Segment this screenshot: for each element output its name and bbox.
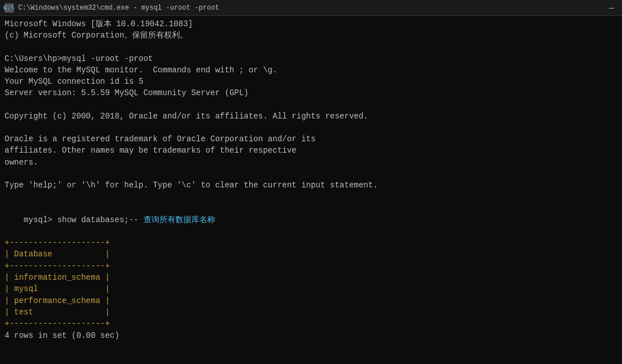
table-bottom-line: +--------------------+ — [5, 318, 617, 329]
welcome-line: Welcome to the MySQL monitor. Commands e… — [5, 64, 617, 76]
blank5 — [5, 191, 617, 202]
final-prompt-line: mysql> — [5, 353, 617, 364]
title-bar-text: C:\Windows\system32\cmd.exe - mysql -uro… — [18, 4, 219, 12]
terminal-body: Microsoft Windows [版本 10.0.19042.1083] (… — [0, 16, 622, 364]
db-performance-schema-line: | performance_schema | — [5, 295, 617, 306]
blank2 — [5, 99, 617, 111]
blank3 — [5, 122, 617, 133]
db-mysql-line: | mysql | — [5, 283, 617, 295]
mysql-prompt: mysql> show databases;-- — [24, 215, 144, 224]
oracle-copyright-line: Copyright (c) 2000, 2018, Oracle and/or … — [5, 111, 617, 122]
win-version-line: Microsoft Windows [版本 10.0.19042.1083] — [5, 18, 617, 30]
table-divider-line: +--------------------+ — [5, 260, 617, 272]
blank4 — [5, 168, 617, 179]
title-bar: C:\ C:\Windows\system32\cmd.exe - mysql … — [0, 0, 622, 16]
connection-id-line: Your MySQL connection id is 5 — [5, 76, 617, 87]
title-bar-controls: — — [606, 3, 617, 13]
show-db-cmd-line: mysql> show databases;-- 查询所有数据库名称 — [5, 202, 617, 237]
chinese-comment: 查询所有数据库名称 — [144, 215, 215, 224]
table-header-line: | Database | — [5, 248, 617, 260]
db-test-line: | test | — [5, 306, 617, 318]
blank6 — [5, 341, 617, 353]
oracle-trademark3-line: owners. — [5, 157, 617, 168]
blank1 — [5, 42, 617, 53]
command-line: C:\Users\hp>mysql -uroot -proot — [5, 53, 617, 64]
table-top-line: +--------------------+ — [5, 237, 617, 248]
help-text-line: Type 'help;' or '\h' for help. Type '\c'… — [5, 179, 617, 191]
cmd-icon: C:\ — [5, 3, 14, 13]
server-version-line: Server version: 5.5.59 MySQL Community S… — [5, 87, 617, 99]
oracle-trademark1-line: Oracle is a registered trademark of Orac… — [5, 133, 617, 145]
oracle-trademark2-line: affiliates. Other names may be trademark… — [5, 145, 617, 156]
copyright-line: (c) Microsoft Corporation。保留所有权利。 — [5, 30, 617, 41]
rows-result-line: 4 rows in set (0.00 sec) — [5, 330, 617, 341]
title-bar-left: C:\ C:\Windows\system32\cmd.exe - mysql … — [5, 3, 219, 13]
minimize-button[interactable]: — — [606, 3, 617, 13]
db-information-schema-line: | information_schema | — [5, 272, 617, 283]
